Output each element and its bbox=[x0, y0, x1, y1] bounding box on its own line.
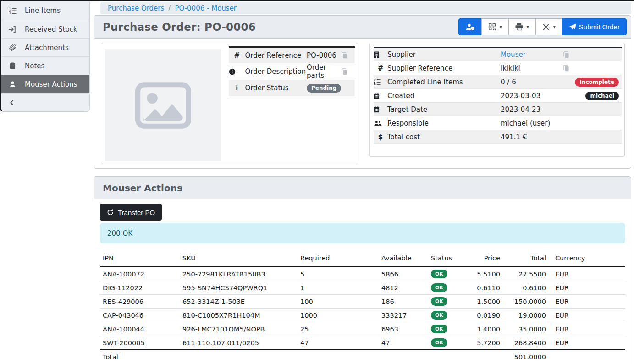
alert-message: 200 OK bbox=[107, 229, 132, 237]
info-icon: i bbox=[236, 84, 238, 92]
supplier-details-table: Supplier Mouser # Supplier Reference lkl… bbox=[374, 47, 622, 144]
column-header: Required bbox=[298, 251, 380, 267]
cell-total: 27.5500 bbox=[504, 267, 550, 281]
copy-icon[interactable] bbox=[563, 65, 619, 72]
sidebar-item-line-items[interactable]: 123 Line Items bbox=[1, 1, 89, 20]
detail-label: Order Status bbox=[245, 80, 307, 96]
qrcode-icon bbox=[488, 23, 496, 31]
table-row: # Supplier Reference lklklkl bbox=[374, 61, 622, 75]
detail-label: Total cost bbox=[387, 130, 501, 144]
cell-sku: 250-72981KLRATR150B3 bbox=[181, 267, 298, 281]
sidebar-item-mouser-actions[interactable]: Mouser Actions bbox=[1, 75, 89, 93]
printer-icon bbox=[515, 23, 523, 31]
sidebar-item-received-stock[interactable]: Received Stock bbox=[1, 20, 89, 38]
copy-icon[interactable] bbox=[341, 68, 353, 75]
cell-price: 1.4000 bbox=[466, 322, 504, 336]
footer-total-value: 501.0000 bbox=[504, 350, 550, 364]
sidebar-item-label: Line Items bbox=[25, 6, 61, 15]
cell-total: 19.0000 bbox=[504, 309, 550, 322]
cell-required: 1000 bbox=[298, 309, 380, 322]
cell-price: 1.5000 bbox=[466, 295, 504, 309]
ok-badge: OK bbox=[431, 270, 447, 278]
cell-currency: EUR bbox=[550, 309, 625, 322]
panel-title: Mouser Actions bbox=[103, 182, 182, 193]
sidebar-item-notes[interactable]: Notes bbox=[1, 56, 89, 75]
detail-value: 2023-03-03 bbox=[501, 89, 563, 103]
transfer-po-label: Transfer PO bbox=[118, 209, 155, 216]
cell-total: 35.0000 bbox=[504, 322, 550, 336]
paperclip-icon bbox=[7, 44, 17, 51]
column-header: Available bbox=[380, 251, 429, 267]
sidebar-item-attachments[interactable]: Attachments bbox=[1, 38, 89, 56]
footer-total-label: Total bbox=[100, 350, 181, 364]
copy-icon[interactable] bbox=[341, 52, 353, 59]
order-image-placeholder[interactable] bbox=[105, 49, 221, 161]
column-header: SKU bbox=[181, 251, 298, 267]
supplier-details-card: Supplier Mouser # Supplier Reference lkl… bbox=[369, 43, 625, 157]
ok-badge: OK bbox=[431, 283, 447, 292]
column-header: IPN bbox=[100, 251, 181, 267]
cell-price: 5.5100 bbox=[466, 267, 504, 281]
paper-plane-icon bbox=[569, 23, 576, 31]
detail-value: 2023-04-23 bbox=[501, 103, 563, 116]
cell-available: 4812 bbox=[380, 281, 429, 295]
column-header: Status bbox=[429, 251, 466, 267]
table-row: $ Total cost 491.1 € bbox=[374, 130, 622, 144]
order-toolbar: ▾ ▾ ▾ Submit Order bbox=[458, 18, 627, 35]
order-actions-dropdown-button[interactable]: ▾ bbox=[535, 18, 562, 35]
detail-label: Supplier Reference bbox=[387, 61, 501, 75]
cell-available: 186 bbox=[380, 295, 429, 309]
cell-available: 47 bbox=[380, 336, 429, 350]
dollar-icon: $ bbox=[378, 133, 383, 141]
cell-available: 333217 bbox=[380, 309, 429, 322]
order-details-card: # Order Reference PO-0006 Order Descript… bbox=[101, 43, 358, 164]
page-title: Purchase Order: PO-0006 bbox=[103, 21, 256, 33]
cell-price: 5.7200 bbox=[466, 336, 504, 350]
cell-sku: 611-110.107.011/0205 bbox=[181, 336, 298, 350]
list-check-icon bbox=[374, 78, 387, 86]
cell-currency: EUR bbox=[550, 295, 625, 309]
detail-value: 0 / 6 bbox=[501, 75, 563, 89]
mouser-actions-panel: Mouser Actions Transfer PO 200 OK IPN SK… bbox=[94, 176, 631, 364]
print-dropdown-button[interactable]: ▾ bbox=[508, 18, 536, 35]
incomplete-badge: Incomplete bbox=[575, 78, 619, 87]
sidebar-item-label: Mouser Actions bbox=[25, 80, 77, 88]
cell-currency: EUR bbox=[550, 281, 625, 295]
sidebar-collapse-button[interactable] bbox=[1, 93, 89, 111]
cell-currency: EUR bbox=[550, 267, 625, 281]
breadcrumb-separator: / bbox=[168, 4, 171, 12]
chevron-left-icon bbox=[9, 99, 15, 106]
sidebar-item-label: Notes bbox=[25, 62, 44, 70]
table-row: CAP-043046 810-C1005X7R1H104M 1000 33321… bbox=[100, 309, 625, 322]
cell-required: 47 bbox=[298, 336, 380, 350]
chevron-down-icon: ▾ bbox=[527, 24, 529, 29]
supplier-link[interactable]: Mouser bbox=[501, 50, 526, 59]
user-badge: michael bbox=[585, 92, 619, 100]
tools-icon bbox=[542, 23, 550, 31]
breadcrumb-link-purchase-orders[interactable]: Purchase Orders bbox=[108, 4, 164, 12]
parts-table: IPN SKU Required Available Status Price … bbox=[100, 251, 625, 364]
breadcrumb-link-current-order[interactable]: PO-0006 - Mouser bbox=[175, 4, 237, 12]
purchase-order-panel: Purchase Order: PO-0006 ▾ ▾ bbox=[94, 15, 631, 169]
calendar-icon bbox=[374, 92, 387, 99]
copy-icon[interactable] bbox=[563, 51, 619, 58]
table-row: RES-429006 652-3314Z-1-503E 100 186 OK 1… bbox=[100, 295, 625, 309]
table-row: Supplier Mouser bbox=[374, 48, 622, 61]
cell-available: 6963 bbox=[380, 322, 429, 336]
barcode-actions-button[interactable] bbox=[458, 18, 482, 35]
column-header: Total bbox=[504, 251, 550, 267]
table-row: DIG-112022 595-SN74HCS74QPWRQ1 1 4812 OK… bbox=[100, 281, 625, 295]
sidebar-item-label: Received Stock bbox=[25, 25, 77, 33]
hash-icon: # bbox=[378, 64, 384, 72]
transfer-po-button[interactable]: Transfer PO bbox=[100, 204, 162, 221]
cell-total: 150.0000 bbox=[504, 295, 550, 309]
list-ol-icon: 123 bbox=[7, 7, 17, 15]
detail-value: 491.1 € bbox=[501, 130, 563, 144]
table-row: ANA-100044 926-LMC7101QM5/NOPB 25 6963 O… bbox=[100, 322, 625, 336]
submit-order-button[interactable]: Submit Order bbox=[562, 18, 627, 35]
ok-badge: OK bbox=[431, 338, 447, 347]
cell-ipn: DIG-112022 bbox=[100, 281, 181, 295]
qrcode-dropdown-button[interactable]: ▾ bbox=[481, 18, 509, 35]
mouser-actions-panel-header: Mouser Actions bbox=[94, 177, 631, 199]
ok-badge: OK bbox=[431, 297, 447, 306]
